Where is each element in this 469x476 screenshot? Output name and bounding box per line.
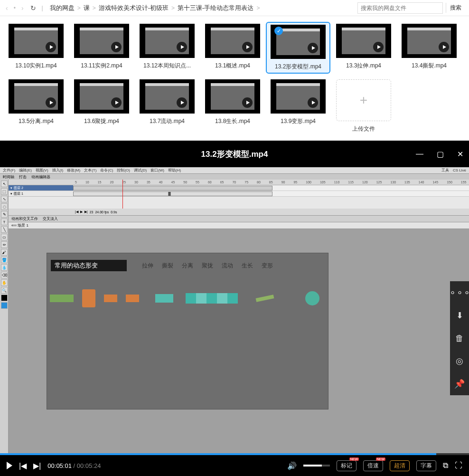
play-icon (177, 97, 187, 108)
timeline-tab[interactable]: 打击 (19, 174, 27, 180)
volume-slider[interactable] (303, 465, 330, 466)
close-icon[interactable]: ✕ (457, 150, 463, 159)
canvas-area[interactable]: 常用的动态形变 拉伸撕裂分离聚拢流动生长变形 (9, 229, 469, 453)
file-item[interactable]: 13.9变形.mp4 (266, 77, 330, 135)
progress-bar[interactable] (0, 453, 469, 455)
file-item[interactable]: 13.11实例2.mp4 (69, 22, 134, 74)
next-button[interactable]: ▶| (33, 461, 41, 470)
file-item[interactable]: 13.8生长.mp4 (200, 77, 265, 135)
file-item[interactable]: 13.12本周知识点... (135, 22, 199, 74)
menu-item[interactable]: 编辑(E) (19, 168, 32, 173)
scene-tab[interactable]: 交叉淡入 (43, 216, 58, 221)
video-thumbnail: ✓ (271, 25, 326, 59)
file-item[interactable]: 13.7流动.mp4 (135, 77, 199, 135)
prev-button[interactable]: |◀ (19, 461, 27, 470)
menu-item[interactable]: 窗口(W) (150, 168, 164, 173)
brush-tool-icon[interactable]: 🖌 (1, 249, 8, 256)
zoom-tool-icon[interactable]: 🔍 (1, 287, 8, 294)
search-button[interactable]: 搜索 (446, 3, 465, 13)
stage-label: 拉伸 (142, 262, 153, 270)
menu-item[interactable]: 文本(T) (84, 168, 96, 173)
lasso-tool-icon[interactable]: ◌ (1, 203, 8, 210)
menu-item[interactable]: 调试(D) (134, 168, 147, 173)
stage-title: 常用的动态形变 (51, 260, 127, 271)
shape-sep (155, 294, 173, 303)
menu-item[interactable]: 文件(F) (3, 168, 15, 173)
menu-right[interactable]: 工具 (441, 168, 449, 173)
timeline-track[interactable] (73, 185, 469, 208)
pen-tool-icon[interactable]: ✎ (1, 211, 8, 218)
file-name: 13.4撕裂.mp4 (412, 62, 447, 70)
menu-item[interactable]: 帮助(H) (168, 168, 181, 173)
fullscreen-icon[interactable]: ⛶ (455, 461, 462, 470)
file-name: 13.11实例2.mp4 (81, 62, 122, 70)
file-item[interactable]: 13.5分离.mp4 (4, 77, 68, 135)
next-frame-icon[interactable]: ▶| (84, 210, 88, 214)
crumb-2[interactable]: 游戏特效美术设计-初级班 (99, 4, 169, 12)
file-item[interactable]: 13.3拉伸.mp4 (331, 22, 396, 74)
file-item[interactable]: 13.6聚拢.mp4 (69, 77, 134, 135)
menu-item[interactable]: 插入(I) (52, 168, 64, 173)
player-controls: |◀ ▶| 00:05:01 / 00:05:24 🔊 标记NEW 倍速NEW … (0, 455, 469, 476)
crumb-3[interactable]: 第十三课-手绘动态常用表达 (178, 4, 253, 12)
upload-tile[interactable]: +上传文件 (331, 77, 396, 135)
playhead-icon[interactable] (122, 180, 123, 212)
breadcrumb: 我的网盘 > 课 > 游戏特效美术设计-初级班 > 第十三课-手绘动态常用表达 … (47, 4, 355, 12)
prev-frame-icon[interactable]: |◀ (75, 210, 78, 214)
file-item[interactable]: ✓13.2形变模型.mp4 (266, 22, 330, 74)
menu-item[interactable]: 控制(O) (117, 168, 130, 173)
file-item[interactable]: 13.10实例1.mp4 (4, 22, 68, 74)
download-icon[interactable]: ⬇ (450, 304, 469, 327)
crumb-0[interactable]: 我的网盘 (50, 4, 75, 12)
hand-tool-icon[interactable]: ✋ (1, 279, 8, 286)
more-icon[interactable]: ◎ (450, 350, 469, 372)
video-thumbnail (336, 24, 391, 58)
delete-icon[interactable]: 🗑 (450, 327, 469, 350)
minimize-icon[interactable]: — (416, 150, 423, 159)
volume-icon[interactable]: 🔊 (287, 461, 297, 470)
bucket-tool-icon[interactable]: 🪣 (1, 257, 8, 263)
back-arrow-icon[interactable]: ‹ (4, 3, 10, 13)
shape-gather (186, 293, 238, 304)
file-item[interactable]: 13.1概述.mp4 (200, 22, 265, 74)
mark-button[interactable]: 标记NEW (337, 460, 356, 471)
search-input[interactable] (357, 2, 443, 14)
eraser-tool-icon[interactable]: ⌫ (1, 272, 8, 278)
pin-icon[interactable]: 📌 (450, 372, 469, 395)
play-button[interactable] (7, 462, 12, 469)
file-name: 13.5分离.mp4 (19, 117, 54, 125)
quality-button[interactable]: 超清 (390, 460, 410, 471)
pip-icon[interactable]: ⧉ (443, 461, 448, 470)
eyedrop-tool-icon[interactable]: 💧 (1, 264, 8, 271)
file-item[interactable]: 13.4撕裂.mp4 (397, 22, 461, 74)
timeline-tab[interactable]: 动画编辑器 (31, 174, 50, 180)
menu-item[interactable]: 视图(V) (36, 168, 48, 173)
pencil-tool-icon[interactable]: ✏ (1, 241, 8, 248)
text-tool-icon[interactable]: T (1, 219, 8, 225)
transform-tool-icon[interactable]: ⤡ (1, 196, 8, 202)
timeline-tab[interactable]: 时间轴 (3, 174, 14, 180)
play-frame-icon[interactable]: ▶ (80, 210, 83, 214)
maximize-icon[interactable]: ▢ (437, 150, 444, 159)
layer-row[interactable]: ▾图层 2 (9, 185, 73, 191)
share-icon[interactable]: ⚬⚬⚬ (450, 281, 469, 304)
video-thumbnail (74, 24, 129, 58)
file-name: 13.3拉伸.mp4 (346, 62, 381, 70)
window-controls: — ▢ ✕ (416, 150, 463, 159)
menu-right[interactable]: CS Live (453, 168, 466, 172)
fill-swatch[interactable] (1, 302, 8, 309)
scene-tab[interactable]: 动画和交叉工作 (11, 216, 38, 221)
rect-tool-icon[interactable]: ▭ (1, 234, 8, 240)
forward-arrow-icon[interactable]: › (19, 3, 26, 13)
refresh-icon[interactable]: ↻ (28, 3, 38, 13)
stroke-swatch[interactable] (1, 295, 8, 301)
subselect-tool-icon[interactable]: ⬚ (1, 188, 8, 195)
menu-item[interactable]: 修改(M) (67, 168, 80, 173)
crumb-1[interactable]: 课 (84, 4, 90, 12)
line-tool-icon[interactable]: ╲ (1, 226, 8, 233)
speed-button[interactable]: 倍速NEW (363, 460, 383, 471)
layer-row[interactable]: ▾图层 1 (9, 191, 73, 197)
subtitle-button[interactable]: 字幕 (416, 460, 436, 471)
select-tool-icon[interactable]: ↖ (1, 181, 8, 187)
menu-item[interactable]: 命令(C) (100, 168, 113, 173)
